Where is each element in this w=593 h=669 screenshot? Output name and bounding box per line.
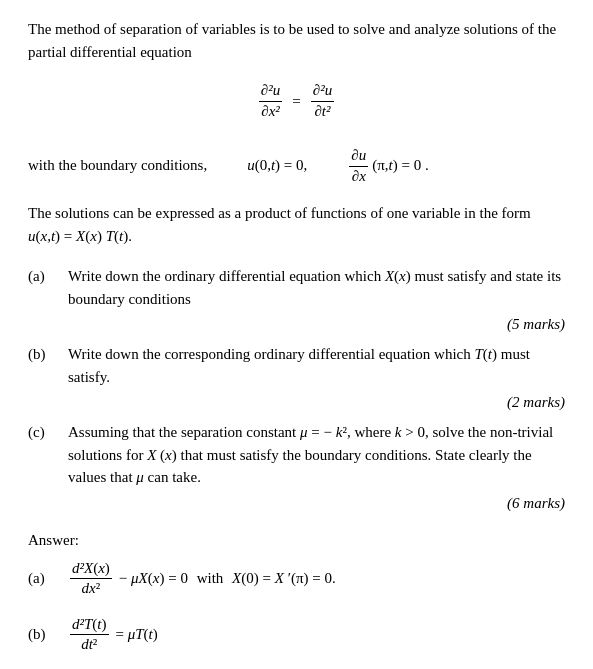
part-a: (a) Write down the ordinary differential… — [28, 265, 565, 310]
pde-equation: ∂²u ∂x² = ∂²u ∂t² — [28, 81, 565, 121]
part-c: (c) Assuming that the separation constan… — [28, 421, 565, 489]
partial-ux: ∂²u ∂x² — [259, 81, 282, 121]
solution-paragraph: The solutions can be expressed as a prod… — [28, 202, 565, 247]
partial-ut: ∂²u ∂t² — [311, 81, 334, 121]
answer-label: Answer: — [28, 532, 565, 549]
bc2: ∂u ∂x (π,t) = 0 . — [347, 146, 428, 186]
part-b: (b) Write down the corresponding ordinar… — [28, 343, 565, 388]
marks-c: (6 marks) — [28, 495, 565, 512]
intro-paragraph: The method of separation of variables is… — [28, 18, 565, 63]
bc1: u(0,t) = 0, — [247, 153, 307, 179]
answer-b: (b) d²T(t) dt² = μT(t) — [28, 615, 565, 655]
marks-b: (2 marks) — [28, 394, 565, 411]
boundary-conditions: with the boundary conditions, u(0,t) = 0… — [28, 146, 565, 186]
answer-section: Answer: (a) d²X(x) dx² − μX(x) = 0 with … — [28, 532, 565, 670]
marks-a: (5 marks) — [28, 316, 565, 333]
answer-a: (a) d²X(x) dx² − μX(x) = 0 with X(0) = X… — [28, 559, 565, 599]
